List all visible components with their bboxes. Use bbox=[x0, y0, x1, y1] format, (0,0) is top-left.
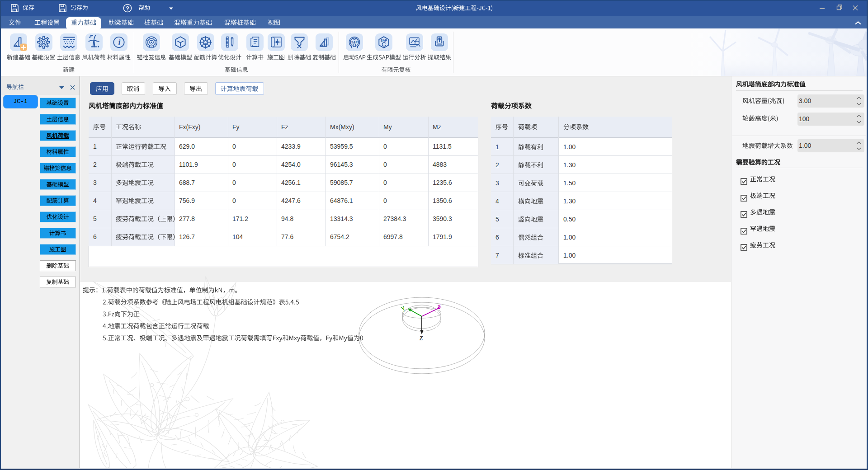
svg-text:i: i bbox=[118, 38, 120, 47]
svg-text:?: ? bbox=[126, 5, 129, 12]
svg-text:SAP: SAP bbox=[381, 39, 387, 42]
svg-text:SAP: SAP bbox=[351, 41, 358, 44]
svg-text:z: z bbox=[419, 333, 423, 342]
svg-text:y: y bbox=[398, 303, 407, 313]
